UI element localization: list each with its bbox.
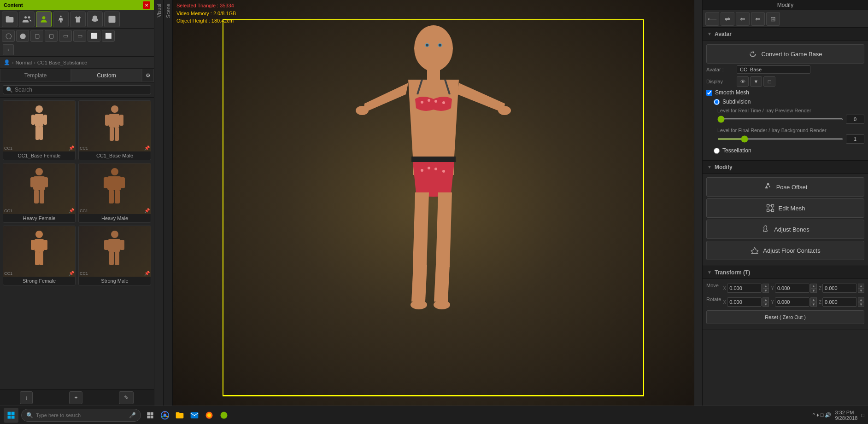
rotate-x-down[interactable]: ▼ [762,302,769,307]
avatar-section-header[interactable]: ▼ Avatar [703,28,868,41]
display-btn-square[interactable]: □ [763,76,775,87]
display-btn-eye[interactable]: 👁 [737,76,749,87]
grid-item-strong-female[interactable]: CC1 📌 Strong Female [3,226,76,285]
start-button[interactable] [4,408,18,423]
tessellation-radio[interactable] [714,148,720,154]
rotate-z-up[interactable]: ▲ [858,297,864,302]
display-btn-down[interactable]: ▼ [750,76,762,87]
folder-taskbar-button[interactable] [173,409,186,422]
grid-item-heavy-female[interactable]: CC1 📌 Heavy Female [3,163,76,223]
adjust-bones-button[interactable]: Adjust Bones [706,220,864,239]
tab-template[interactable]: Template [0,69,71,82]
scene-label[interactable]: Scene [164,0,172,22]
pose-offset-button[interactable]: Pose Offset [706,177,864,197]
circle-filled[interactable]: ⬤ [16,30,29,42]
svg-rect-33 [35,251,39,265]
rotate-x-up[interactable]: ▲ [762,297,769,302]
grid-item-cc1-female[interactable]: CC1 📌 CC1_Base Female [3,100,76,160]
move-z-down[interactable]: ▼ [858,288,864,293]
visual-label[interactable]: Visual [155,0,163,21]
pin-1: 📌 [69,145,74,151]
back-button[interactable]: ‹ [3,44,14,55]
convert-to-game-base-button[interactable]: Convert to Game Base [706,44,864,64]
people-icon[interactable] [19,12,35,27]
square-shape[interactable]: ▢ [30,30,43,42]
smooth-mesh-row: Smooth Mesh [706,89,864,96]
tessellation-label: Tessellation [722,147,751,154]
wide-shape2[interactable]: ⬜ [102,30,115,42]
subdivision-radio[interactable] [714,99,720,105]
firefox-button[interactable] [203,409,216,422]
square-shape2[interactable]: ▢ [45,30,58,42]
close-button[interactable]: ✕ [143,1,150,9]
move-x-down[interactable]: ▼ [762,288,769,293]
rt-btn-3[interactable]: ⇐ [736,12,750,26]
circle-shape[interactable]: ◯ [2,30,15,42]
accessory-icon[interactable] [104,12,120,27]
avatar-viewport [337,18,530,318]
transform-section-header[interactable]: ▼ Transform (T) [703,266,868,279]
move-x-input[interactable] [727,284,762,293]
final-slider[interactable] [717,138,843,140]
rt-btn-4[interactable]: ⇐ [751,12,765,26]
rt-btn-5[interactable]: ⊞ [766,12,780,26]
rt-btn-1[interactable]: ⟵ [705,12,719,26]
viewport: Selected Triangle : 35334 Video Memory :… [173,0,694,406]
move-y-input[interactable] [775,284,809,293]
grid-item-cc1-male[interactable]: CC1 📌 CC1_Base Male [78,100,151,160]
rotate-z-input[interactable] [822,297,857,307]
rotate-y-input[interactable] [775,297,809,307]
rotate-z-down[interactable]: ▼ [858,302,864,307]
smooth-mesh-checkbox[interactable] [706,90,712,96]
move-z-input[interactable] [822,284,857,293]
svg-rect-9 [35,126,39,140]
taskbar-search[interactable]: 🔍 🎤 [21,409,141,422]
chrome-button[interactable] [158,409,171,422]
add-button[interactable]: + [69,391,82,404]
modify-section-header[interactable]: ▼ Modify [703,161,868,174]
email-button[interactable] [188,409,201,422]
move-y-down[interactable]: ▼ [810,288,817,293]
avatar-icon[interactable] [36,12,52,27]
rotate-y-down[interactable]: ▼ [810,302,817,307]
app-icon-6[interactable] [217,409,230,422]
task-view-button[interactable] [144,409,157,422]
breadcrumb: 👤 › Normal › CC1 Base_Substance [0,57,154,69]
rect-shape2[interactable]: ▭ [73,30,86,42]
rt-btn-2[interactable]: ⇌ [721,12,734,26]
search-input[interactable] [15,87,148,93]
svg-rect-37 [104,240,109,250]
folder-icon[interactable] [2,12,18,27]
hair-icon[interactable] [87,12,103,27]
rotate-y-up[interactable]: ▲ [810,297,817,302]
subdivision-row: Subdivision [714,99,864,105]
breadcrumb-item-normal[interactable]: Normal [16,60,32,65]
download-button[interactable]: ↓ [20,391,33,404]
move-z-up[interactable]: ▲ [858,284,864,288]
reset-zero-out-button[interactable]: Reset ( Zero Out ) [706,310,864,324]
grid-item-strong-male[interactable]: CC1 📌 Strong Male [78,226,151,285]
realtime-slider[interactable] [717,118,843,120]
tab-custom[interactable]: Custom [71,69,142,82]
edit-mesh-button[interactable]: Edit Mesh [706,198,864,218]
task-view-icon [147,412,154,419]
svg-rect-63 [767,205,769,207]
tab-settings-button[interactable]: ⚙ [142,69,154,82]
edit-button[interactable]: ✎ [119,391,134,404]
wide-shape[interactable]: ⬜ [88,30,100,42]
avatar-value-input[interactable] [737,65,810,74]
pose-icon[interactable] [53,12,69,27]
adjust-floor-contacts-button[interactable]: Adjust Floor Contacts [706,241,864,260]
move-x-up[interactable]: ▲ [762,284,769,288]
clothing-icon[interactable] [70,12,86,27]
taskbar-search-input[interactable] [36,412,126,418]
rect-shape[interactable]: ▭ [59,30,72,42]
breadcrumb-item-substance[interactable]: CC1 Base_Substance [37,60,87,65]
label-6: Strong Male [99,277,130,285]
realtime-value[interactable]: 0 [846,115,864,124]
rotate-x-input[interactable] [727,297,762,307]
left-toolbar [0,10,154,29]
move-y-up[interactable]: ▲ [810,284,817,288]
grid-item-heavy-male[interactable]: CC1 📌 Heavy Male [78,163,151,223]
final-value[interactable]: 1 [846,134,864,144]
